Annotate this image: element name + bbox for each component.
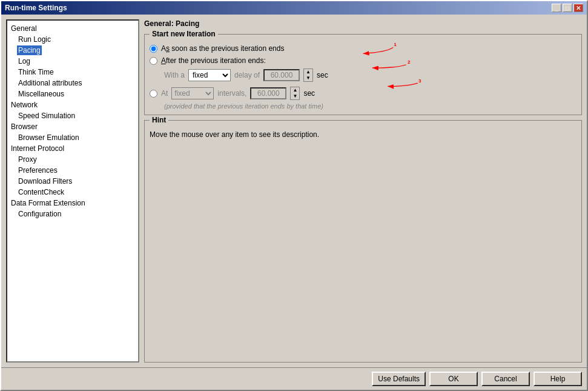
sidebar-item-internet-protocol[interactable]: Internet Protocol (7, 143, 138, 154)
option3-spin: ▲ ▼ (290, 87, 300, 100)
intervals-label: intervals, (217, 89, 246, 98)
ok-button[interactable]: OK (429, 372, 478, 386)
sidebar-item-network[interactable]: Network (7, 99, 138, 110)
sidebar-children-general: Run Logic Pacing Log Think Time Addition… (7, 34, 138, 99)
sidebar-item-run-logic[interactable]: Run Logic (17, 34, 138, 45)
main-window: Run-time Settings _ □ ✕ General Run Logi… (0, 0, 588, 391)
hint-group: Hint Move the mouse over any item to see… (144, 120, 582, 363)
main-panel: General: Pacing Start new Iteration As s… (144, 19, 582, 363)
sidebar-item-preferences[interactable]: Preferences (17, 165, 138, 176)
option1-label[interactable]: As soon as the previous iteration ends (161, 44, 284, 53)
sidebar-item-speed-simulation[interactable]: Speed Simulation (17, 110, 138, 121)
sidebar-item-general[interactable]: General (7, 23, 138, 34)
button-bar: Use Defaults OK Cancel Help (1, 367, 587, 390)
sidebar-item-data-format-extension[interactable]: Data Format Extension (7, 198, 138, 209)
sidebar-item-browser[interactable]: Browser (7, 121, 138, 132)
use-defaults-button[interactable]: Use Defaults (372, 372, 426, 386)
option2-label[interactable]: After the previous iteration ends: (161, 56, 266, 65)
option3-interval-input[interactable] (250, 87, 286, 99)
option3-at-label[interactable]: At (161, 89, 168, 98)
option2-spin-down[interactable]: ▼ (304, 75, 312, 81)
provided-text: (provided that the previous iteration en… (164, 102, 576, 110)
hint-title: Hint (150, 116, 168, 124)
help-button[interactable]: Help (533, 372, 582, 386)
panel-title: General: Pacing (144, 19, 582, 28)
sidebar-tree: General Run Logic Pacing Log Think Time … (6, 19, 139, 363)
option2-spin-up[interactable]: ▲ (304, 69, 312, 75)
sidebar-children-browser: Browser Emulation (7, 132, 138, 143)
option3-sec-label: sec (303, 89, 315, 98)
start-new-iteration-content: As soon as the previous iteration ends A… (150, 44, 576, 110)
sidebar-item-browser-emulation[interactable]: Browser Emulation (17, 132, 138, 143)
window-title: Run-time Settings (5, 4, 67, 12)
cancel-button[interactable]: Cancel (481, 372, 530, 386)
sidebar-children-network: Speed Simulation (7, 110, 138, 121)
option2-controls: With a fixed random delay of ▲ ▼ sec (164, 69, 576, 82)
title-bar: Run-time Settings _ □ ✕ (1, 1, 587, 15)
sidebar-item-miscellaneous[interactable]: Miscellaneous (17, 89, 138, 99)
option3-fixed-select[interactable]: fixed random (171, 87, 214, 99)
delay-of-label: delay of (234, 71, 260, 79)
sidebar-item-proxy[interactable]: Proxy (17, 154, 138, 165)
sidebar-item-log[interactable]: Log (17, 56, 138, 67)
start-new-iteration-title: Start new Iteration (150, 30, 218, 38)
sidebar-item-configuration[interactable]: Configuration (17, 209, 138, 219)
sidebar-children-internet-protocol: Proxy Preferences Download Filters Conte… (7, 154, 138, 198)
minimize-button[interactable]: _ (552, 4, 561, 12)
title-bar-controls: _ □ ✕ (552, 4, 583, 12)
sidebar-item-think-time[interactable]: Think Time (17, 67, 138, 78)
sidebar-children-data-format-extension: Configuration (7, 209, 138, 219)
hint-text: Move the mouse over any item to see its … (150, 130, 576, 139)
start-new-iteration-group: Start new Iteration As soon as the previ… (144, 34, 582, 115)
option3-row: At fixed random intervals, ▲ ▼ sec (150, 87, 576, 100)
sidebar-item-download-filters[interactable]: Download Filters (17, 176, 138, 187)
sidebar-item-contentcheck[interactable]: ContentCheck (17, 187, 138, 198)
option2-sec-label: sec (317, 71, 328, 79)
option1-row: As soon as the previous iteration ends (150, 44, 576, 53)
option2-row: After the previous iteration ends: (150, 56, 576, 65)
option2-radio[interactable] (150, 57, 157, 65)
option1-radio[interactable] (150, 45, 157, 53)
maximize-button[interactable]: □ (563, 4, 572, 12)
option3-spin-down[interactable]: ▼ (291, 93, 299, 99)
sidebar-item-additional-attributes[interactable]: Additional attributes (17, 78, 138, 89)
window-content: General Run Logic Pacing Log Think Time … (1, 15, 587, 367)
with-a-label: With a (164, 71, 185, 79)
option2-fixed-select[interactable]: fixed random (188, 69, 231, 81)
option3-spin-up[interactable]: ▲ (291, 87, 299, 93)
sidebar-item-pacing[interactable]: Pacing (17, 45, 138, 56)
option2-spin: ▲ ▼ (303, 69, 313, 82)
option2-delay-input[interactable] (263, 69, 300, 81)
close-button[interactable]: ✕ (573, 4, 583, 12)
option3-radio[interactable] (150, 90, 157, 98)
